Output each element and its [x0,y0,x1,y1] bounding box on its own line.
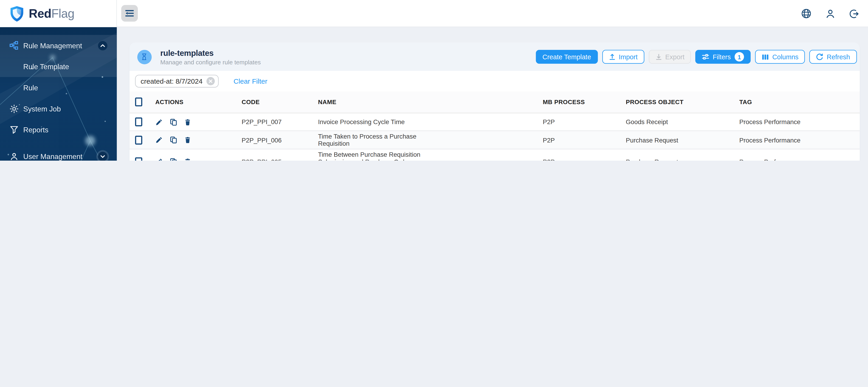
gear-icon [9,103,19,114]
column-header-code: CODE [237,98,313,105]
row-checkbox[interactable] [135,157,142,161]
sidebar-item-user-management[interactable]: User Management [0,146,117,161]
row-actions [150,118,237,125]
sidebar-item-label: Rule [23,83,38,92]
cell-name: Time Taken to Process a Purchase Requisi… [313,133,538,147]
copy-icon[interactable] [170,136,177,143]
user-icon [9,151,19,161]
columns-button[interactable]: Columns [755,50,805,64]
row-checkbox[interactable] [135,136,142,144]
brand-logo: RedFlag [0,0,117,27]
sidebar: Rule Management Rule Template Rule Syste… [0,27,117,161]
sidebar-item-label: Rule Template [23,62,69,70]
sidebar-item-system-job[interactable]: System Job [0,98,117,119]
row-checkbox[interactable] [135,117,142,126]
edit-icon[interactable] [155,136,162,143]
refresh-icon [816,53,824,60]
page-header-text: rule-templates Manage and configure rule… [160,49,261,65]
funnel-icon [9,124,19,135]
column-header-process-object: PROCESS OBJECT [621,98,734,105]
sidebar-item-label: Rule Management [23,41,82,50]
logout-icon[interactable] [849,8,859,19]
cell-process-object: Purchase Request [621,158,734,161]
select-all-checkbox[interactable] [135,97,142,107]
table-row: P2P_PPI_005 Time Between Purchase Requis… [129,148,860,161]
sidebar-item-label: System Job [23,104,61,113]
main-content: rule-templates Manage and configure rule… [117,27,868,161]
topbar-actions [801,0,859,27]
columns-icon [762,54,769,60]
row-actions [150,136,237,143]
cell-code: P2P_PPI_006 [237,137,313,143]
filter-chip-label: created-at: 8/7/2024 [141,77,203,85]
clear-filter-link[interactable]: Clear Filter [234,77,267,85]
table-row: P2P_PPI_006 Time Taken to Process a Purc… [129,130,860,149]
filters-count-badge: 1 [735,52,744,62]
cell-tag: Process Performance [734,158,860,161]
chevron-up-icon[interactable] [98,41,107,50]
topbar [117,0,868,27]
sidebar-item-rule-template[interactable]: Rule Template [0,56,117,77]
cell-code: P2P_PPI_005 [237,158,313,161]
hourglass-icon [141,53,148,61]
cell-tag: Process Performance [734,119,860,125]
export-button[interactable]: Export [649,50,691,64]
upload-icon [609,53,615,60]
cell-name: Time Between Purchase Requisition Submis… [313,151,538,161]
column-header-tag: TAG [734,98,860,105]
column-header-mb-process: MB PROCESS [538,98,621,105]
close-icon[interactable]: ✕ [207,77,215,85]
cell-name: Invoice Processing Cycle Time [313,118,538,125]
globe-icon[interactable] [801,8,811,19]
delete-icon[interactable] [184,118,191,125]
sidebar-item-rule-management[interactable]: Rule Management [0,35,117,56]
table-body: P2P_PPI_007 Invoice Processing Cycle Tim… [129,114,860,161]
brand-name: RedFlag [29,6,74,21]
page-avatar [137,50,152,64]
edit-icon[interactable] [155,158,162,161]
cell-mb-process: P2P [538,119,621,125]
create-template-button[interactable]: Create Template [536,50,598,64]
sidebar-item-rule[interactable]: Rule [0,77,117,98]
cell-process-object: Goods Receipt [621,119,734,125]
filter-bar: created-at: 8/7/2024 ✕ Clear Filter [129,71,860,91]
page-title: rule-templates [160,49,261,57]
toolbar: Create Template Import [536,50,857,64]
chevron-down-icon[interactable] [98,151,107,161]
copy-icon[interactable] [170,158,177,161]
import-button[interactable]: Import [602,50,644,64]
row-actions [150,158,237,161]
page-subtitle: Manage and configure rule templates [160,58,261,65]
sidebar-item-label: User Management [23,152,83,160]
cell-mb-process: P2P [538,137,621,143]
page-header: rule-templates Manage and configure rule… [129,43,860,71]
content-card: rule-templates Manage and configure rule… [129,43,860,161]
cell-process-object: Purchase Request [621,137,734,143]
app-window: RedFlag [0,0,868,161]
download-icon [655,53,662,60]
table-row: P2P_PPI_007 Invoice Processing Cycle Tim… [129,114,860,130]
hierarchy-icon [9,40,19,50]
delete-icon[interactable] [184,158,191,161]
filter-chip[interactable]: created-at: 8/7/2024 ✕ [135,75,219,87]
collapse-sidebar-icon [125,9,134,18]
column-header-actions: ACTIONS [150,98,237,105]
user-icon[interactable] [825,8,835,19]
cell-tag: Process Performance [734,137,860,143]
collapse-sidebar-button[interactable] [121,5,138,22]
refresh-button[interactable]: Refresh [810,50,857,64]
filters-button[interactable]: Filters 1 [695,50,751,64]
delete-icon[interactable] [184,136,191,143]
column-header-name: NAME [313,98,538,105]
cell-mb-process: P2P [538,158,621,161]
edit-icon[interactable] [155,118,162,125]
shield-icon [9,5,24,22]
cell-code: P2P_PPI_007 [237,119,313,125]
sidebar-item-reports[interactable]: Reports [0,119,117,140]
table-header: ACTIONS CODE NAME MB PROCESS PROCESS OBJ… [129,91,860,114]
sliders-icon [702,53,709,60]
sidebar-item-label: Reports [23,125,49,134]
copy-icon[interactable] [170,118,177,125]
